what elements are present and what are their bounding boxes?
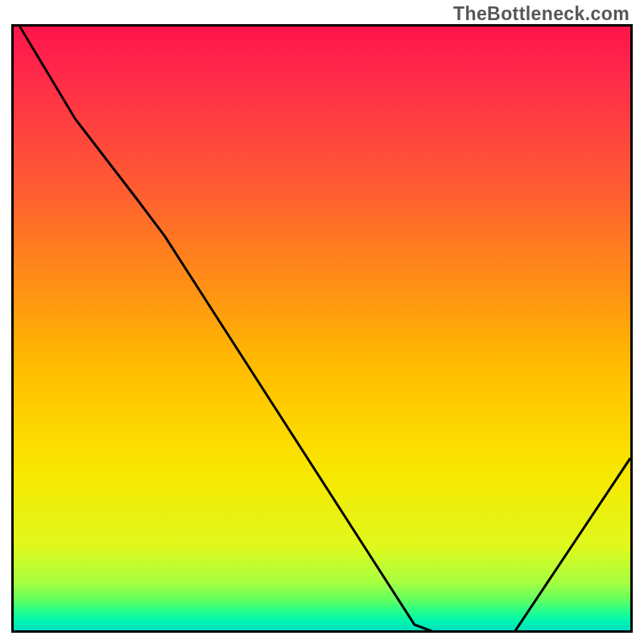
bottleneck-curve [20, 27, 630, 633]
chart-frame [11, 24, 633, 633]
chart-overlay [14, 27, 630, 633]
watermark-text: TheBottleneck.com [453, 3, 630, 25]
